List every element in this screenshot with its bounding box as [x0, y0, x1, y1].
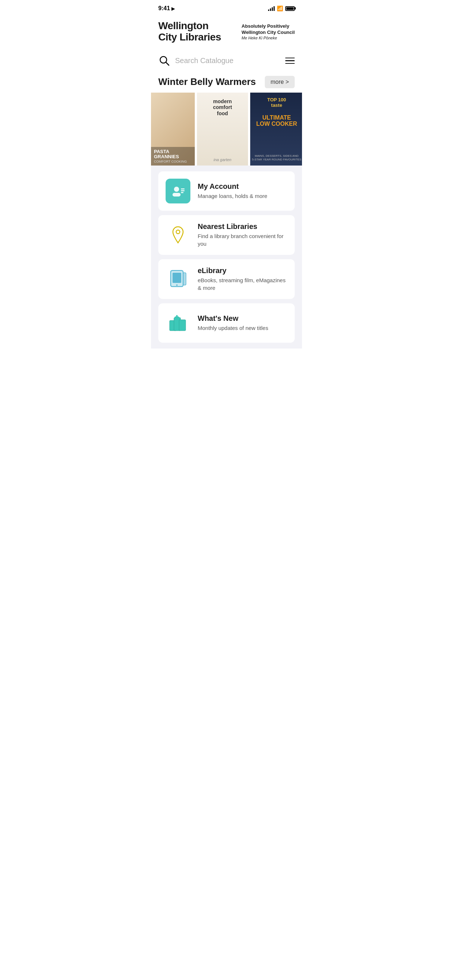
svg-rect-4: [181, 188, 185, 189]
book-carousel[interactable]: PASTAGRANNIES COMFORT COOKING moderncomf…: [151, 92, 302, 165]
council-logo: Absolutely PositivelyWellington City Cou…: [241, 23, 295, 40]
location-icon: ▶: [171, 6, 175, 11]
svg-rect-21: [175, 317, 179, 318]
account-text-group: My Account Manage loans, holds & more: [198, 182, 287, 200]
library-logo[interactable]: WellingtonCity Libraries: [158, 21, 221, 43]
book-title-3: ULTIMATELOW COOKER: [253, 115, 300, 127]
book-author-2: ina garten: [197, 158, 248, 162]
elibrary-card[interactable]: eLibrary eBooks, streaming film, eMagazi…: [158, 259, 295, 299]
featured-section-header: Winter Belly Warmers more >: [151, 73, 302, 92]
header: WellingtonCity Libraries Absolutely Posi…: [151, 14, 302, 50]
book-item-2[interactable]: moderncomfortfood ina garten: [197, 92, 248, 165]
status-icons: 📶: [268, 5, 295, 11]
location-icon: [166, 223, 190, 247]
whatsnew-icon: [166, 310, 190, 336]
book-title-1: PASTAGRANNIES: [154, 149, 192, 160]
hamburger-menu-button[interactable]: [285, 57, 295, 64]
whatsnew-card-title: What's New: [198, 314, 287, 323]
whats-new-card[interactable]: What's New Monthly updates of new titles: [158, 303, 295, 343]
book-item-1[interactable]: PASTAGRANNIES COMFORT COOKING: [151, 92, 195, 165]
status-time: 9:41: [158, 5, 170, 12]
svg-rect-5: [181, 190, 185, 191]
status-bar: 9:41 ▶ 📶: [151, 0, 302, 14]
wifi-icon: 📶: [277, 5, 283, 11]
svg-rect-6: [181, 192, 183, 193]
libraries-text-group: Nearest Libraries Find a library branch …: [198, 223, 287, 248]
libraries-card-subtitle: Find a library branch convenient for you: [198, 232, 287, 248]
book-title-2: moderncomfortfood: [197, 99, 248, 117]
svg-rect-11: [183, 273, 186, 285]
elibrary-icon: [166, 267, 190, 291]
svg-rect-10: [172, 273, 181, 283]
svg-line-1: [166, 62, 169, 65]
elibrary-text-group: eLibrary eBooks, streaming film, eMagazi…: [198, 267, 287, 292]
menu-section: My Account Manage loans, holds & more Ne…: [151, 165, 302, 348]
library-name: WellingtonCity Libraries: [158, 21, 221, 43]
account-card-subtitle: Manage loans, holds & more: [198, 192, 287, 200]
svg-point-7: [176, 230, 180, 234]
account-icon: [166, 179, 190, 204]
elibrary-card-subtitle: eBooks, streaming film, eMagazines & mor…: [198, 276, 287, 292]
battery-icon: [285, 6, 295, 11]
libraries-card-title: Nearest Libraries: [198, 223, 287, 231]
book-subtitle-1: COMFORT COOKING: [154, 160, 192, 163]
search-icon: [158, 55, 171, 67]
book-subtitle-3: MAINS, DESSERTS, SIDES AND5-STAR YEAR RO…: [252, 154, 301, 162]
search-placeholder: Search Catalogue: [175, 57, 233, 65]
svg-rect-3: [172, 193, 180, 197]
featured-title: Winter Belly Warmers: [158, 76, 256, 88]
whatsnew-card-subtitle: Monthly updates of new titles: [198, 324, 287, 332]
book-brand-3: TOP 100taste: [250, 97, 302, 108]
elibrary-card-title: eLibrary: [198, 267, 287, 275]
hamburger-line-3: [285, 63, 295, 64]
council-name: Absolutely PositivelyWellington City Cou…: [241, 23, 295, 36]
svg-point-13: [176, 285, 178, 286]
search-input-area[interactable]: Search Catalogue: [158, 55, 285, 67]
my-account-card[interactable]: My Account Manage loans, holds & more: [158, 171, 295, 211]
hamburger-line-2: [285, 60, 295, 61]
account-card-title: My Account: [198, 182, 287, 191]
svg-point-2: [174, 187, 179, 192]
whatsnew-text-group: What's New Monthly updates of new titles: [198, 314, 287, 332]
council-maori: Me Heke Ki Pōneke: [241, 36, 295, 40]
hamburger-line-1: [285, 57, 295, 59]
more-button[interactable]: more >: [265, 76, 295, 88]
signal-icon: [268, 6, 274, 11]
nearest-libraries-card[interactable]: Nearest Libraries Find a library branch …: [158, 215, 295, 255]
svg-rect-18: [179, 320, 186, 331]
book-item-3[interactable]: TOP 100taste ULTIMATELOW COOKER MAINS, D…: [250, 92, 302, 165]
search-bar: Search Catalogue: [151, 50, 302, 73]
